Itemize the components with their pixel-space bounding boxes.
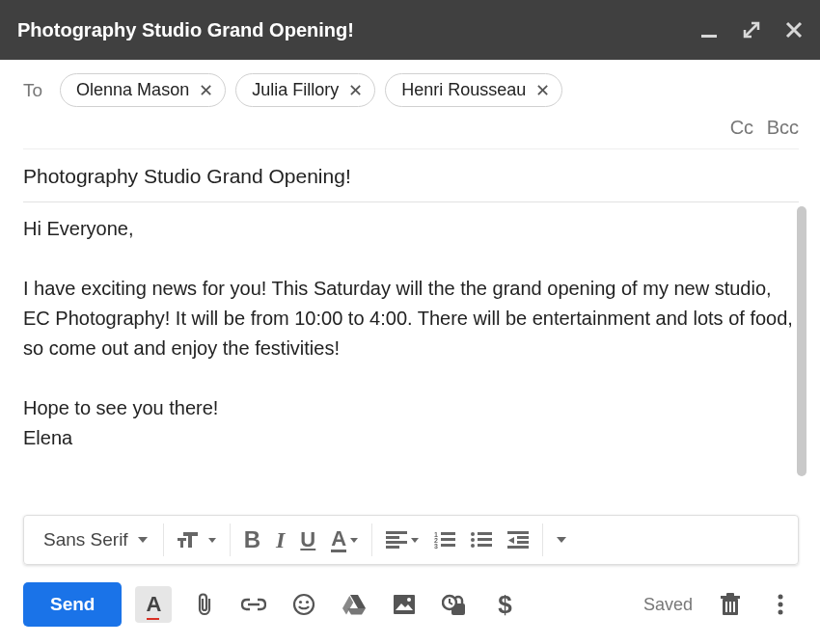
svg-rect-0 bbox=[701, 35, 717, 38]
to-label: To bbox=[23, 80, 42, 101]
remove-recipient-icon[interactable]: ✕ bbox=[535, 82, 550, 99]
scrollbar[interactable] bbox=[797, 206, 806, 476]
svg-point-17 bbox=[471, 544, 475, 548]
svg-rect-8 bbox=[386, 546, 399, 549]
svg-rect-14 bbox=[441, 544, 455, 547]
window-title: Photography Studio Grand Opening! bbox=[17, 19, 700, 41]
italic-button[interactable]: I bbox=[268, 521, 292, 559]
svg-rect-12 bbox=[441, 532, 455, 535]
bulleted-list-icon bbox=[471, 531, 492, 549]
italic-icon: I bbox=[276, 527, 285, 553]
maximize-icon[interactable] bbox=[743, 21, 760, 39]
insert-emoji-button[interactable] bbox=[286, 586, 322, 623]
svg-point-15 bbox=[471, 532, 475, 536]
svg-point-16 bbox=[471, 538, 475, 542]
saved-status: Saved bbox=[643, 595, 693, 615]
formatting-toolbar: Sans Serif B I U A bbox=[23, 515, 799, 565]
svg-rect-4 bbox=[180, 538, 183, 548]
svg-rect-28 bbox=[394, 595, 415, 614]
more-options-button[interactable] bbox=[762, 586, 799, 623]
text-color-button[interactable]: A bbox=[323, 521, 366, 559]
recipient-name: Henri Rousseau bbox=[401, 80, 526, 100]
discard-draft-button[interactable] bbox=[712, 586, 749, 623]
text-color-icon: A bbox=[331, 528, 346, 552]
separator bbox=[163, 523, 164, 556]
window-titlebar: Photography Studio Grand Opening! bbox=[0, 0, 820, 60]
recipient-chip[interactable]: Olenna Mason ✕ bbox=[60, 73, 226, 107]
more-options-icon bbox=[778, 594, 783, 615]
underline-button[interactable]: U bbox=[292, 521, 323, 559]
svg-point-25 bbox=[294, 595, 314, 614]
confidential-mode-button[interactable] bbox=[436, 586, 473, 623]
svg-rect-5 bbox=[386, 531, 407, 534]
svg-rect-20 bbox=[478, 544, 492, 547]
cc-button[interactable]: Cc bbox=[730, 117, 753, 138]
font-size-button[interactable] bbox=[170, 521, 224, 559]
numbered-list-button[interactable]: 1 2 3 bbox=[426, 521, 463, 559]
trash-icon bbox=[721, 593, 740, 616]
font-size-icon bbox=[178, 528, 205, 551]
bold-button[interactable]: B bbox=[236, 521, 268, 559]
attach-button[interactable] bbox=[185, 586, 222, 623]
separator bbox=[371, 523, 372, 556]
recipient-name: Julia Fillory bbox=[252, 80, 339, 100]
insert-drive-button[interactable] bbox=[336, 586, 372, 623]
remove-recipient-icon[interactable]: ✕ bbox=[199, 82, 213, 99]
formatting-options-icon: A bbox=[147, 592, 162, 617]
minimize-icon[interactable] bbox=[700, 21, 718, 39]
recipient-chip[interactable]: Julia Fillory ✕ bbox=[235, 73, 375, 107]
svg-rect-2 bbox=[188, 532, 192, 548]
bcc-button[interactable]: Bcc bbox=[767, 117, 799, 138]
svg-point-29 bbox=[407, 598, 411, 602]
insert-photo-button[interactable] bbox=[386, 586, 423, 623]
chevron-down-icon bbox=[138, 537, 148, 543]
recipient-name: Olenna Mason bbox=[76, 80, 189, 100]
drive-icon bbox=[342, 594, 367, 615]
svg-point-26 bbox=[299, 601, 302, 604]
svg-rect-22 bbox=[517, 536, 529, 539]
to-field-row: To Olenna Mason ✕ Julia Fillory ✕ Henri … bbox=[0, 60, 820, 113]
svg-point-39 bbox=[779, 603, 783, 607]
send-button[interactable]: Send bbox=[23, 582, 122, 627]
close-icon[interactable] bbox=[785, 21, 803, 39]
font-family-select[interactable]: Sans Serif bbox=[30, 521, 157, 559]
more-formatting-button[interactable] bbox=[549, 521, 574, 559]
link-icon bbox=[241, 598, 266, 611]
svg-rect-13 bbox=[441, 538, 455, 541]
recipient-chips[interactable]: Olenna Mason ✕ Julia Fillory ✕ Henri Rou… bbox=[60, 73, 562, 107]
svg-rect-7 bbox=[386, 541, 407, 544]
svg-point-27 bbox=[306, 601, 309, 604]
send-money-button[interactable]: $ bbox=[486, 586, 523, 623]
message-body[interactable]: Hi Everyone, I have exciting news for yo… bbox=[0, 202, 820, 503]
svg-text:3: 3 bbox=[434, 543, 438, 549]
subject-field[interactable]: Photography Studio Grand Opening! bbox=[0, 149, 820, 201]
attachment-icon bbox=[193, 593, 214, 616]
svg-rect-23 bbox=[517, 541, 529, 544]
compose-window: Photography Studio Grand Opening! To Ole… bbox=[0, 0, 820, 644]
svg-rect-6 bbox=[386, 536, 399, 539]
subject-text: Photography Studio Grand Opening! bbox=[23, 165, 351, 187]
cc-bcc-row: Cc Bcc bbox=[0, 113, 820, 148]
recipient-chip[interactable]: Henri Rousseau ✕ bbox=[385, 73, 562, 107]
action-bar: Send A bbox=[0, 565, 820, 644]
underline-icon: U bbox=[300, 527, 315, 552]
svg-rect-34 bbox=[726, 593, 734, 597]
bulleted-list-button[interactable] bbox=[463, 521, 500, 559]
separator bbox=[542, 523, 543, 556]
svg-rect-18 bbox=[478, 532, 492, 535]
chevron-down-icon bbox=[411, 538, 419, 543]
svg-rect-35 bbox=[725, 602, 727, 612]
emoji-icon bbox=[292, 593, 315, 616]
indent-decrease-button[interactable] bbox=[500, 521, 536, 559]
body-text: Hi Everyone, I have exciting news for yo… bbox=[23, 214, 797, 453]
align-button[interactable] bbox=[378, 521, 426, 559]
insert-link-button[interactable] bbox=[235, 586, 272, 623]
numbered-list-icon: 1 2 3 bbox=[434, 531, 455, 549]
formatting-options-button[interactable]: A bbox=[135, 586, 172, 623]
money-icon: $ bbox=[498, 590, 511, 620]
chevron-down-icon bbox=[350, 538, 358, 543]
window-controls bbox=[700, 21, 803, 39]
remove-recipient-icon[interactable]: ✕ bbox=[348, 82, 363, 99]
svg-point-38 bbox=[779, 595, 783, 600]
svg-point-40 bbox=[779, 610, 783, 615]
